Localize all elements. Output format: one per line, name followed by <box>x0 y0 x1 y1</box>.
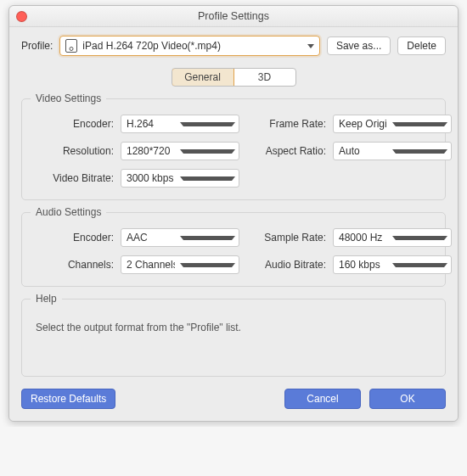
tab-general[interactable]: General <box>172 68 234 87</box>
profile-settings-window: Profile Settings Profile: iPad H.264 720… <box>8 5 459 422</box>
resolution-value: 1280*720 <box>127 145 175 157</box>
ipad-icon <box>65 39 77 53</box>
chevron-down-icon <box>392 149 447 154</box>
profile-select[interactable]: iPad H.264 720p Video(*.mp4) <box>59 36 320 56</box>
audio-encoder-value: AAC <box>127 232 175 244</box>
delete-button[interactable]: Delete <box>397 36 446 55</box>
help-title: Help <box>31 293 62 305</box>
audio-bitrate-select[interactable]: 160 kbps <box>333 255 452 274</box>
ok-button[interactable]: OK <box>369 389 446 409</box>
video-settings-group: Video Settings Encoder: H.264 Frame Rate… <box>21 98 446 200</box>
footer: Restore Defaults Cancel OK <box>21 389 446 409</box>
chevron-down-icon <box>392 122 447 126</box>
audio-bitrate-value: 160 kbps <box>339 259 387 271</box>
video-encoder-value: H.264 <box>127 118 175 130</box>
frame-rate-value: Keep Original <box>339 118 387 130</box>
profile-selected-text: iPad H.264 720p Video(*.mp4) <box>82 40 302 52</box>
audio-settings-group: Audio Settings Encoder: AAC Sample Rate:… <box>21 212 446 287</box>
resolution-select[interactable]: 1280*720 <box>121 142 239 160</box>
channels-label: Channels: <box>32 259 114 271</box>
close-icon[interactable] <box>16 11 27 22</box>
dialog-body: Profile: iPad H.264 720p Video(*.mp4) Sa… <box>9 27 458 421</box>
profile-row: Profile: iPad H.264 720p Video(*.mp4) Sa… <box>21 36 446 56</box>
sample-rate-select[interactable]: 48000 Hz <box>333 228 452 247</box>
video-group-title: Video Settings <box>31 92 106 104</box>
cancel-button[interactable]: Cancel <box>284 389 361 409</box>
help-text: Select the output format from the "Profi… <box>36 322 431 333</box>
channels-value: 2 Channels Stereo <box>127 259 175 271</box>
title-bar: Profile Settings <box>9 6 458 27</box>
aspect-ratio-value: Auto <box>339 145 387 157</box>
chevron-down-icon <box>180 263 235 267</box>
audio-bitrate-label: Audio Bitrate: <box>246 259 326 271</box>
chevron-down-icon <box>180 176 235 181</box>
profile-label: Profile: <box>21 40 53 52</box>
restore-defaults-button[interactable]: Restore Defaults <box>21 389 115 409</box>
chevron-down-icon <box>180 149 235 154</box>
video-encoder-label: Encoder: <box>32 118 114 130</box>
channels-select[interactable]: 2 Channels Stereo <box>121 255 239 274</box>
resolution-label: Resolution: <box>32 145 114 157</box>
sample-rate-value: 48000 Hz <box>339 232 387 244</box>
chevron-down-icon <box>392 263 447 267</box>
save-as-button[interactable]: Save as... <box>327 36 391 55</box>
video-encoder-select[interactable]: H.264 <box>121 115 239 133</box>
aspect-ratio-select[interactable]: Auto <box>333 142 452 160</box>
window-title: Profile Settings <box>198 10 269 22</box>
segmented-control: General 3D <box>172 68 296 87</box>
audio-group-title: Audio Settings <box>31 206 106 218</box>
aspect-ratio-label: Aspect Ratio: <box>246 145 326 157</box>
chevron-down-icon <box>307 44 314 48</box>
help-group: Help Select the output format from the "… <box>21 299 446 377</box>
chevron-down-icon <box>180 236 235 240</box>
frame-rate-select[interactable]: Keep Original <box>333 115 452 133</box>
tab-3d[interactable]: 3D <box>234 69 295 86</box>
frame-rate-label: Frame Rate: <box>246 118 326 130</box>
audio-encoder-select[interactable]: AAC <box>121 228 239 247</box>
sample-rate-label: Sample Rate: <box>246 232 326 244</box>
chevron-down-icon <box>180 122 235 126</box>
audio-encoder-label: Encoder: <box>32 232 114 244</box>
video-bitrate-value: 3000 kbps <box>127 172 175 184</box>
chevron-down-icon <box>392 236 447 240</box>
video-bitrate-select[interactable]: 3000 kbps <box>121 169 239 188</box>
tab-bar: General 3D <box>21 68 446 87</box>
video-bitrate-label: Video Bitrate: <box>32 172 114 184</box>
